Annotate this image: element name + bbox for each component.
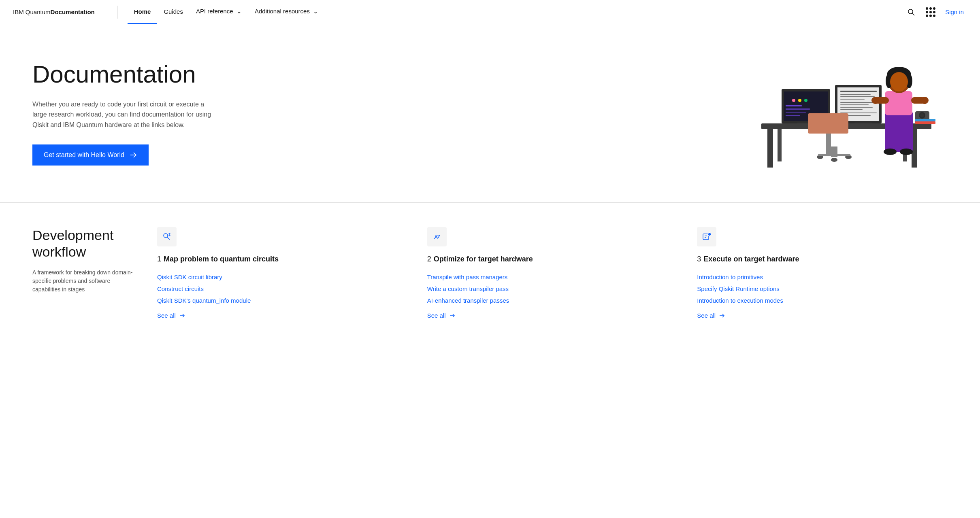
map-problem-icon — [162, 232, 172, 242]
optimize-icon — [432, 232, 442, 242]
svg-rect-29 — [840, 109, 863, 110]
svg-point-51 — [900, 149, 913, 155]
svg-point-73 — [708, 233, 711, 236]
svg-point-50 — [884, 149, 897, 155]
svg-rect-25 — [840, 99, 865, 100]
workflow-icon-1 — [157, 227, 177, 246]
nav-additional-resources[interactable]: Additional resources ⌄ — [248, 0, 325, 24]
workflow-link-2-2[interactable]: Write a custom transpiler pass — [427, 285, 678, 292]
hero-illustration — [737, 49, 948, 178]
arrow-right-icon — [129, 151, 137, 159]
hero-content: Documentation Whether you are ready to c… — [32, 61, 219, 166]
workflow-link-3-1[interactable]: Introduction to primitives — [697, 274, 948, 280]
svg-rect-39 — [885, 111, 913, 152]
search-button[interactable] — [903, 4, 919, 20]
svg-rect-24 — [840, 96, 875, 97]
svg-rect-63 — [915, 121, 935, 124]
see-all-3-label: See all — [697, 312, 716, 319]
see-all-2-label: See all — [427, 312, 446, 319]
svg-rect-13 — [786, 105, 802, 106]
workflow-link-3-2[interactable]: Specify Qiskit Runtime options — [697, 285, 948, 292]
workflow-icon-3 — [697, 227, 716, 246]
svg-point-48 — [871, 97, 880, 104]
workflow-link-1-3[interactable]: Qiskit SDK's quantum_info module — [157, 297, 408, 304]
workflow-section-title: Development workflow — [32, 227, 138, 260]
svg-point-56 — [831, 158, 837, 162]
workflow-icon-2 — [427, 227, 447, 246]
svg-rect-15 — [786, 112, 806, 113]
search-icon — [907, 8, 915, 16]
get-started-label: Get started with Hello World — [44, 151, 124, 159]
svg-point-65 — [164, 234, 168, 238]
svg-rect-32 — [854, 123, 872, 124]
nav-guides[interactable]: Guides — [157, 0, 190, 24]
workflow-link-2-1[interactable]: Transpile with pass managers — [427, 274, 678, 280]
svg-line-66 — [167, 237, 170, 240]
svg-point-0 — [908, 9, 913, 14]
nav-api-reference[interactable]: API reference ⌄ — [190, 0, 248, 24]
workflow-section: Development workflow A framework for bre… — [0, 203, 980, 344]
hero-section: Documentation Whether you are ready to c… — [0, 24, 980, 203]
workflow-link-3-3[interactable]: Introduction to execution modes — [697, 297, 948, 304]
workflow-step-title-1: 1Map problem to quantum circuits — [157, 255, 408, 264]
svg-rect-23 — [840, 94, 871, 95]
workflow-link-1-1[interactable]: Qiskit SDK circuit library — [157, 274, 408, 280]
workflow-link-2-3[interactable]: AI-enhanced transpiler passes — [427, 297, 678, 304]
svg-rect-53 — [826, 134, 831, 154]
svg-point-62 — [920, 113, 924, 117]
see-all-1-label: See all — [157, 312, 176, 319]
workflow-col-1: 1Map problem to quantum circuits Qiskit … — [157, 227, 408, 319]
see-all-1[interactable]: See all — [157, 312, 185, 319]
workflow-step-title-3: 3Execute on target hardware — [697, 255, 948, 264]
svg-rect-4 — [767, 129, 773, 168]
svg-rect-14 — [786, 108, 810, 110]
nav-divider — [117, 6, 118, 19]
svg-rect-54 — [808, 113, 848, 129]
brand-prefix: IBM Quantum — [13, 8, 51, 15]
workflow-links-3: Introduction to primitives Specify Qiski… — [697, 274, 948, 304]
svg-rect-30 — [840, 113, 877, 113]
svg-point-10 — [792, 99, 795, 102]
execute-icon — [702, 232, 712, 242]
svg-point-12 — [804, 99, 807, 102]
nav-actions: Sign in — [903, 4, 967, 20]
svg-rect-27 — [840, 104, 869, 105]
workflow-grid: Development workflow A framework for bre… — [32, 227, 948, 319]
svg-rect-64 — [915, 119, 935, 121]
svg-rect-26 — [840, 102, 877, 103]
svg-rect-22 — [840, 91, 877, 92]
svg-point-11 — [798, 99, 801, 102]
workflow-col-3: 3Execute on target hardware Introduction… — [697, 227, 948, 319]
signin-link[interactable]: Sign in — [942, 8, 967, 15]
workflow-links-2: Transpile with pass managers Write a cus… — [427, 274, 678, 304]
workflow-links-1: Qiskit SDK circuit library Construct cir… — [157, 274, 408, 304]
svg-line-1 — [912, 13, 915, 15]
svg-rect-6 — [778, 129, 782, 161]
see-all-3[interactable]: See all — [697, 312, 725, 319]
get-started-button[interactable]: Get started with Hello World — [32, 144, 149, 166]
hero-title: Documentation — [32, 61, 219, 88]
brand-suffix: Documentation — [51, 8, 95, 15]
arrow-right-icon-3 — [719, 312, 725, 319]
svg-rect-28 — [840, 107, 873, 108]
hero-description: Whether you are ready to code your first… — [32, 99, 219, 130]
see-all-2[interactable]: See all — [427, 312, 456, 319]
workflow-link-1-2[interactable]: Construct circuits — [157, 285, 408, 292]
desk-illustration — [737, 49, 948, 178]
arrow-right-icon-2 — [449, 312, 456, 319]
svg-rect-40 — [885, 91, 912, 115]
apps-grid-icon — [926, 7, 935, 17]
svg-point-49 — [920, 97, 929, 104]
arrow-right-icon-1 — [179, 312, 185, 319]
brand-logo: IBM Quantum Documentation — [13, 8, 95, 15]
svg-rect-59 — [831, 146, 837, 157]
workflow-step-title-2: 2Optimize for target hardware — [427, 255, 678, 264]
nav-links: Home Guides API reference ⌄ Additional r… — [128, 0, 903, 24]
workflow-intro: Development workflow A framework for bre… — [32, 227, 138, 319]
svg-point-45 — [890, 72, 908, 91]
workflow-col-2: 2Optimize for target hardware Transpile … — [427, 227, 678, 319]
svg-rect-16 — [786, 115, 800, 116]
apps-button[interactable] — [922, 4, 939, 20]
main-nav: IBM Quantum Documentation Home Guides AP… — [0, 0, 980, 24]
nav-home[interactable]: Home — [128, 0, 158, 24]
